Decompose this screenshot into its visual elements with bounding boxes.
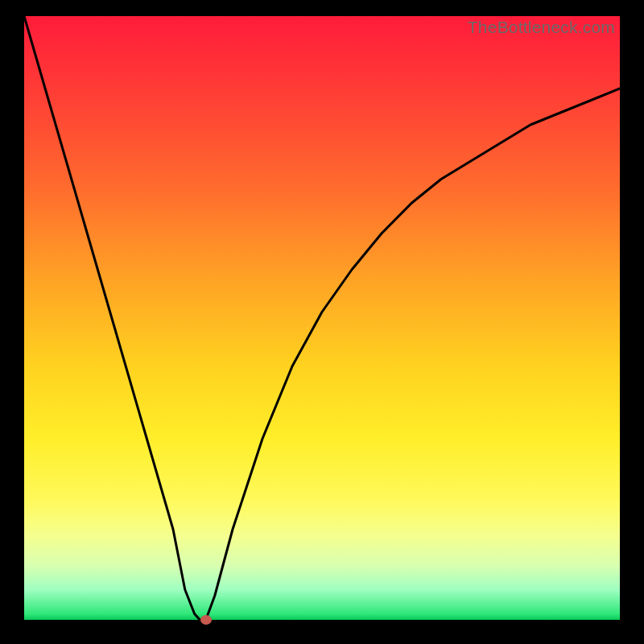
bottleneck-curve-path (24, 16, 620, 620)
minimum-marker (200, 615, 212, 625)
curve-svg (24, 16, 620, 620)
chart-frame: TheBottleneck.com (0, 0, 644, 644)
plot-area: TheBottleneck.com (24, 16, 620, 620)
